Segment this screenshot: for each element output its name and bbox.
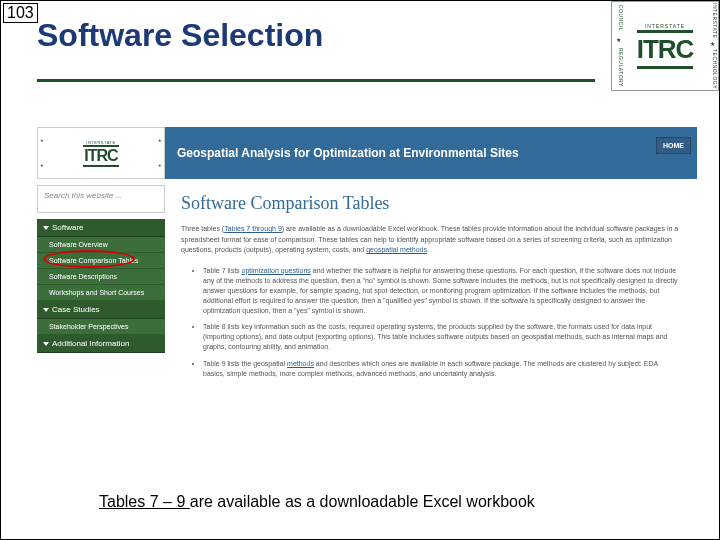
content-heading: Software Comparison Tables <box>181 193 681 214</box>
sidebar-item-label: Software <box>52 223 84 232</box>
star-icon: ★ <box>612 36 624 43</box>
search-input[interactable]: Search this website ... <box>37 185 165 213</box>
logo-right-strip: INTERSTATE ★ TECHNOLOGY <box>706 2 718 90</box>
logo-interstate-label: INTERSTATE <box>645 23 685 29</box>
sidebar-item-stakeholder[interactable]: Stakeholder Perspectives <box>37 319 165 335</box>
page-banner: Geospatial Analysis for Optimization at … <box>165 127 697 179</box>
sidebar-item-label: Software Comparison Tables <box>49 257 138 264</box>
logo-word-regulatory: REGULATORY <box>612 48 624 87</box>
sidebar-item-label: Software Overview <box>49 241 108 248</box>
sidebar-item-case-studies[interactable]: Case Studies <box>37 301 165 319</box>
logo-word-interstate: INTERSTATE <box>706 3 718 38</box>
table-bullets: Table 7 lists optimization questions and… <box>181 266 681 379</box>
bullet-table-9: Table 9 lists the geospatial methods and… <box>203 359 681 379</box>
logo-left-strip: COUNCIL ★ REGULATORY <box>612 2 624 90</box>
logo-word-technology: TECHNOLOGY <box>706 49 718 89</box>
sidebar-item-additional-info[interactable]: Additional Information <box>37 335 165 353</box>
sidebar-item-label: Additional Information <box>52 339 129 348</box>
content-body: Software Comparison Tables Three tables … <box>165 179 697 391</box>
logo-center: INTERSTATE ITRC <box>624 2 706 90</box>
footer-rest: are available as a downloadable Excel wo… <box>190 493 535 510</box>
banner-title: Geospatial Analysis for Optimization at … <box>177 146 519 160</box>
sidebar-item-label: Workshops and Short Courses <box>49 289 144 296</box>
slide-title: Software Selection <box>37 17 323 54</box>
sidebar-item-software-comparison-tables[interactable]: Software Comparison Tables <box>37 253 165 269</box>
methods-link[interactable]: methods <box>287 360 314 367</box>
header: Software Selection COUNCIL ★ REGULATORY … <box>1 1 719 91</box>
tables-link[interactable]: Tables 7 through 9 <box>224 225 282 232</box>
slide: 103 Software Selection COUNCIL ★ REGULAT… <box>0 0 720 540</box>
chevron-down-icon <box>43 342 49 346</box>
bullet-table-8: Table 8 lists key information such as th… <box>203 322 681 352</box>
geospatial-methods-link[interactable]: geospatial methods <box>366 246 427 253</box>
tables-7-9-link[interactable]: Tables 7 – 9 <box>99 493 190 510</box>
itrc-logo: COUNCIL ★ REGULATORY INTERSTATE ITRC INT… <box>611 1 719 91</box>
optimization-questions-link[interactable]: optimization questions <box>242 267 311 274</box>
mini-itrc-logo: ★★ INTERSTATE ITRC ★★ <box>37 127 165 179</box>
logo-itrc-text: ITRC <box>637 34 694 65</box>
sidebar-item-software-descriptions[interactable]: Software Descriptions <box>37 269 165 285</box>
star-icon: ★ <box>706 40 718 47</box>
sidebar-item-label: Case Studies <box>52 305 100 314</box>
mini-logo-itrc: ITRC <box>84 147 117 165</box>
sidebar-item-label: Stakeholder Perspectives <box>49 323 128 330</box>
footer-text: Tables 7 – 9 are available as a download… <box>99 493 535 511</box>
embedded-screenshot: ★★ INTERSTATE ITRC ★★ Search this websit… <box>37 127 697 457</box>
intro-paragraph: Three tables (Tables 7 through 9) are av… <box>181 224 681 256</box>
logo-bar <box>637 66 693 69</box>
chevron-down-icon <box>43 226 49 230</box>
sidebar-item-workshops[interactable]: Workshops and Short Courses <box>37 285 165 301</box>
sidebar-item-software[interactable]: Software <box>37 219 165 237</box>
chevron-down-icon <box>43 308 49 312</box>
home-button[interactable]: HOME <box>656 137 691 154</box>
main-content: Geospatial Analysis for Optimization at … <box>165 127 697 391</box>
sidebar-nav: Software Software Overview Software Comp… <box>37 219 165 353</box>
logo-word-council: COUNCIL <box>612 5 624 31</box>
title-underline <box>37 79 595 82</box>
bullet-table-7: Table 7 lists optimization questions and… <box>203 266 681 317</box>
page-number: 103 <box>3 3 38 23</box>
sidebar: ★★ INTERSTATE ITRC ★★ Search this websit… <box>37 127 165 353</box>
sidebar-item-label: Software Descriptions <box>49 273 117 280</box>
sidebar-item-software-overview[interactable]: Software Overview <box>37 237 165 253</box>
logo-bar <box>637 30 693 33</box>
